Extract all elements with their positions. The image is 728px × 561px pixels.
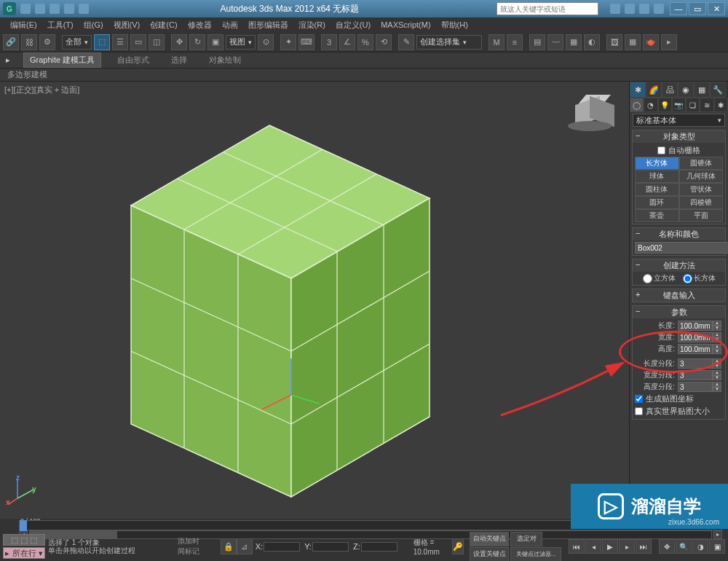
menu-edit[interactable]: 编辑(E) <box>6 18 41 32</box>
key-mode-button[interactable]: 🔑 <box>452 538 464 554</box>
menu-grapheditors[interactable]: 图形编辑器 <box>244 18 293 32</box>
height-spinner[interactable]: ▲▼ <box>713 344 721 354</box>
rollout-hdr-createmethod[interactable]: 创建方法 <box>633 259 725 272</box>
tab-hierarchy[interactable]: 品 <box>662 82 678 98</box>
goto-end[interactable]: ⏭ <box>636 539 652 554</box>
obj-torus[interactable]: 圆环 <box>635 196 679 209</box>
obj-plane[interactable]: 平面 <box>679 209 724 222</box>
setkey-button[interactable]: 设置关键点 <box>470 547 509 562</box>
rollout-hdr-keyboard[interactable]: 键盘输入 <box>633 289 725 302</box>
bind-button[interactable]: ⚙ <box>39 34 55 50</box>
window-crossing-button[interactable]: ◫ <box>149 34 165 50</box>
length-input[interactable] <box>678 321 713 331</box>
subtab-lights[interactable]: 💡 <box>658 98 672 112</box>
obj-teapot[interactable]: 茶壶 <box>635 209 679 222</box>
manip-button[interactable]: ✦ <box>280 34 296 50</box>
quick-icon[interactable] <box>79 4 89 14</box>
minimize-button[interactable]: — <box>670 2 687 15</box>
gen-mapping-checkbox[interactable] <box>635 395 643 403</box>
select-button[interactable]: ⬚ <box>94 34 110 50</box>
subtab-geometry[interactable]: ◯ <box>630 98 644 112</box>
y-input[interactable] <box>312 542 349 552</box>
nav-max[interactable]: ▣ <box>709 539 725 554</box>
quick-icon[interactable] <box>20 4 31 14</box>
status-btn-now[interactable]: ▸ 所在行 ▾ <box>3 547 45 559</box>
menu-help[interactable]: 帮助(H) <box>437 18 472 32</box>
object-name-input[interactable] <box>635 242 728 254</box>
angle-snap-button[interactable]: ∠ <box>339 34 355 50</box>
obj-box[interactable]: 长方体 <box>635 157 679 170</box>
obj-cone[interactable]: 圆锥体 <box>679 157 724 170</box>
help-icon[interactable] <box>639 4 649 14</box>
help-icon[interactable] <box>610 4 620 14</box>
menu-views[interactable]: 视图(V) <box>109 18 145 32</box>
maximize-button[interactable]: ▭ <box>689 2 706 15</box>
search-input[interactable] <box>496 2 598 15</box>
z-input[interactable] <box>361 542 397 552</box>
width-input[interactable] <box>678 332 713 342</box>
play-button[interactable]: ▶ <box>602 539 618 554</box>
named-sel-button[interactable]: ✎ <box>398 34 414 50</box>
menu-tools[interactable]: 工具(T) <box>43 18 78 32</box>
menu-rendering[interactable]: 渲染(R) <box>294 18 330 32</box>
subtab-spacewarps[interactable]: ≋ <box>700 98 713 112</box>
add-time-marker[interactable]: 添加时间标记 <box>178 536 203 557</box>
spinner-snap-button[interactable]: ⟲ <box>376 34 392 50</box>
layer-button[interactable]: ▤ <box>529 34 545 50</box>
selection-filter-combo[interactable]: 全部 <box>62 35 92 50</box>
render-button[interactable]: 🫖 <box>643 34 659 50</box>
menu-maxscript[interactable]: MAXScript(M) <box>376 19 435 31</box>
subtab-shapes[interactable]: ◔ <box>644 98 657 112</box>
subtab-systems[interactable]: ✱ <box>714 98 728 112</box>
ribbon-tab-objectpaint[interactable]: 对象绘制 <box>203 53 247 67</box>
menu-group[interactable]: 组(G) <box>79 18 108 32</box>
wseg-spinner[interactable]: ▲▼ <box>713 370 721 380</box>
goto-start[interactable]: ⏮ <box>569 539 585 554</box>
status-btn-top[interactable]: ⬚ ⬚ ⬚ <box>3 534 45 546</box>
refcoord-combo[interactable]: 视图 <box>226 35 256 50</box>
obj-sphere[interactable]: 球体 <box>635 170 679 183</box>
next-frame[interactable]: ▸ <box>619 539 635 554</box>
lseg-spinner[interactable]: ▲▼ <box>713 358 721 369</box>
abs-rel-button[interactable]: ⊿ <box>237 538 253 554</box>
nav-zoom[interactable]: 🔍 <box>676 539 692 554</box>
autokey-button[interactable]: 自动关键点 <box>470 532 509 546</box>
height-input[interactable] <box>678 344 713 354</box>
x-input[interactable] <box>264 542 300 552</box>
mat-ed-button[interactable]: ◐ <box>584 34 600 50</box>
rollout-hdr-parameters[interactable]: 参数 <box>633 306 725 318</box>
link-button[interactable]: 🔗 <box>3 34 19 50</box>
selkey-combo[interactable]: 选定对 <box>510 532 542 546</box>
rect-select-button[interactable]: ▭ <box>130 34 146 50</box>
tab-create[interactable]: ✱ <box>630 82 646 98</box>
time-slider[interactable] <box>20 520 27 531</box>
render-prod-button[interactable]: ▸ <box>661 34 677 50</box>
viewport-label[interactable]: [+][正交][真实 + 边面] <box>4 85 79 95</box>
obj-geosphere[interactable]: 几何球体 <box>679 170 724 183</box>
rollout-hdr-objecttype[interactable]: 对象类型 <box>633 130 725 143</box>
prev-frame[interactable]: ◂ <box>585 539 601 554</box>
rotate-button[interactable]: ↻ <box>189 34 205 50</box>
render-setup-button[interactable]: 🖼 <box>606 34 622 50</box>
ribbon-tab-freeform[interactable]: 自由形式 <box>111 53 155 67</box>
viewport[interactable]: [+][正交][真实 + 边面] <box>0 82 629 519</box>
nav-pan[interactable]: ✥ <box>659 539 675 554</box>
viewcube[interactable] <box>565 86 614 136</box>
subtab-helpers[interactable]: ❏ <box>686 98 700 112</box>
ribbon-tab-graphite[interactable]: Graphite 建模工具 <box>23 52 101 68</box>
ribbon-toggle-icon[interactable]: ▸ <box>6 55 10 65</box>
subtab-cameras[interactable]: 📷 <box>672 98 686 112</box>
keyboard-button[interactable]: ⌨ <box>298 34 314 50</box>
tab-motion[interactable]: ◉ <box>678 82 694 98</box>
unlink-button[interactable]: ⛓ <box>21 34 37 50</box>
keyfilter-button[interactable]: 关键点过滤器... <box>510 547 561 562</box>
wseg-input[interactable] <box>678 370 713 380</box>
rollout-hdr-namecolor[interactable]: 名称和颜色 <box>633 228 725 240</box>
ribbon-sub-label[interactable]: 多边形建模 <box>7 69 47 80</box>
tab-display[interactable]: ▦ <box>694 82 710 98</box>
real-world-checkbox[interactable] <box>635 407 643 415</box>
quick-icon[interactable] <box>64 4 74 14</box>
radio-box[interactable] <box>683 274 692 283</box>
pivot-button[interactable]: ⊙ <box>258 34 274 50</box>
ribbon-tab-selection[interactable]: 选择 <box>165 53 193 67</box>
